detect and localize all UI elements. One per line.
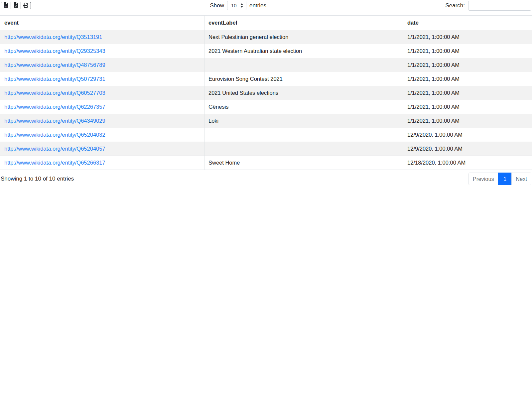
cell-event: http://www.wikidata.org/entity/Q64349029 [0, 114, 204, 128]
entity-link[interactable]: http://www.wikidata.org/entity/Q65266317 [4, 160, 105, 166]
table-header-row: eventeventLabeldate [0, 16, 532, 30]
pagination: Previous 1 Next [468, 173, 531, 185]
cell-event-label [204, 142, 403, 156]
entity-link[interactable]: http://www.wikidata.org/entity/Q50729731 [4, 76, 105, 82]
cell-date: 1/1/2021, 1:00:00 AM [403, 100, 532, 114]
entries-info: Showing 1 to 10 of 10 entries [1, 176, 74, 182]
export-button-group: csv [1, 2, 31, 9]
print-button[interactable] [21, 2, 31, 9]
page-number-buttons: 1 [498, 173, 512, 185]
table-row: http://www.wikidata.org/entity/Q29325343… [0, 44, 532, 58]
entity-link[interactable]: http://www.wikidata.org/entity/Q48756789 [4, 62, 105, 68]
printer-icon [23, 3, 28, 9]
svg-text:csv: csv [4, 5, 7, 7]
cell-event: http://www.wikidata.org/entity/Q62267357 [0, 100, 204, 114]
table-row: http://www.wikidata.org/entity/Q50729731… [0, 72, 532, 86]
length-label-after: entries [249, 2, 266, 9]
table-controls-bar: csv Show 10 e [0, 0, 532, 11]
entity-link[interactable]: http://www.wikidata.org/entity/Q60527703 [4, 90, 105, 96]
file-pdf-icon [14, 2, 18, 9]
cell-date: 12/9/2020, 1:00:00 AM [403, 142, 532, 156]
entity-link[interactable]: http://www.wikidata.org/entity/Q3513191 [4, 34, 102, 40]
cell-event-label: Loki [204, 114, 403, 128]
cell-date: 1/1/2021, 1:00:00 AM [403, 86, 532, 100]
cell-event-label: 2021 United States elections [204, 86, 403, 100]
column-header-event[interactable]: event [0, 16, 204, 30]
cell-event: http://www.wikidata.org/entity/Q3513191 [0, 30, 204, 44]
table-footer: Showing 1 to 10 of 10 entries Previous 1… [0, 173, 532, 185]
entity-link[interactable]: http://www.wikidata.org/entity/Q62267357 [4, 104, 105, 110]
cell-event-label: Gênesis [204, 100, 403, 114]
cell-event-label: Eurovision Song Contest 2021 [204, 72, 403, 86]
cell-date: 1/1/2021, 1:00:00 AM [403, 72, 532, 86]
length-label-before: Show [210, 2, 224, 9]
table-row: http://www.wikidata.org/entity/Q65266317… [0, 156, 532, 170]
cell-event-label [204, 128, 403, 142]
cell-date: 1/1/2021, 1:00:00 AM [403, 30, 532, 44]
table-row: http://www.wikidata.org/entity/Q62267357… [0, 100, 532, 114]
select-arrows-icon [240, 3, 243, 8]
cell-event: http://www.wikidata.org/entity/Q48756789 [0, 58, 204, 72]
page-length-value: 10 [231, 3, 237, 8]
cell-date: 1/1/2021, 1:00:00 AM [403, 114, 532, 128]
search-input[interactable] [468, 1, 531, 11]
page-button-1[interactable]: 1 [498, 173, 512, 185]
file-csv-icon: csv [4, 2, 8, 9]
previous-page-button[interactable]: Previous [468, 173, 498, 185]
table-row: http://www.wikidata.org/entity/Q65204057… [0, 142, 532, 156]
entity-link[interactable]: http://www.wikidata.org/entity/Q65204032 [4, 132, 105, 138]
cell-event: http://www.wikidata.org/entity/Q60527703 [0, 86, 204, 100]
entity-link[interactable]: http://www.wikidata.org/entity/Q29325343 [4, 48, 105, 54]
results-table: eventeventLabeldate http://www.wikidata.… [0, 15, 532, 170]
cell-event-label: Next Palestinian general election [204, 30, 403, 44]
cell-event-label [204, 58, 403, 72]
next-page-button[interactable]: Next [511, 173, 531, 185]
cell-event: http://www.wikidata.org/entity/Q29325343 [0, 44, 204, 58]
table-row: http://www.wikidata.org/entity/Q3513191N… [0, 30, 532, 44]
table-row: http://www.wikidata.org/entity/Q65204032… [0, 128, 532, 142]
cell-event: http://www.wikidata.org/entity/Q65204032 [0, 128, 204, 142]
table-body: http://www.wikidata.org/entity/Q3513191N… [0, 30, 532, 170]
cell-event: http://www.wikidata.org/entity/Q65204057 [0, 142, 204, 156]
cell-date: 12/18/2020, 1:00:00 AM [403, 156, 532, 170]
entity-link[interactable]: http://www.wikidata.org/entity/Q64349029 [4, 118, 105, 124]
cell-event-label: 2021 Western Australian state election [204, 44, 403, 58]
cell-date: 1/1/2021, 1:00:00 AM [403, 44, 532, 58]
cell-event-label: Sweet Home [204, 156, 403, 170]
export-csv-button[interactable]: csv [1, 2, 11, 9]
table-row: http://www.wikidata.org/entity/Q60527703… [0, 86, 532, 100]
table-row: http://www.wikidata.org/entity/Q48756789… [0, 58, 532, 72]
page-length-select[interactable]: 10 [227, 1, 246, 10]
column-header-date[interactable]: date [403, 16, 532, 30]
search-control: Search: [445, 1, 531, 11]
cell-event: http://www.wikidata.org/entity/Q50729731 [0, 72, 204, 86]
table-row: http://www.wikidata.org/entity/Q64349029… [0, 114, 532, 128]
page-length-control: Show 10 entries [210, 1, 266, 10]
entity-link[interactable]: http://www.wikidata.org/entity/Q65204057 [4, 146, 105, 152]
cell-date: 12/9/2020, 1:00:00 AM [403, 128, 532, 142]
cell-event: http://www.wikidata.org/entity/Q65266317 [0, 156, 204, 170]
search-label: Search: [445, 2, 465, 9]
export-pdf-button[interactable] [11, 2, 21, 9]
column-header-eventlabel[interactable]: eventLabel [204, 16, 403, 30]
cell-date: 1/1/2021, 1:00:00 AM [403, 58, 532, 72]
